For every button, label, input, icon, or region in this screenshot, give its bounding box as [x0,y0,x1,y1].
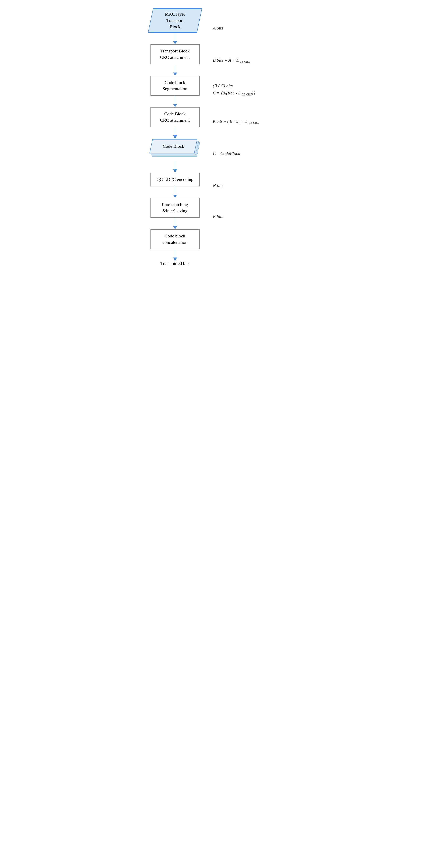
arrow-2 [173,64,177,76]
cb-seg-text: Code block Segmentation [163,80,187,92]
mac-block-text: MAC layer Transport Block [165,11,185,30]
label-cb-crc: K bits = ( B / C ) + L CB-CRC [213,113,259,130]
code-block-front-text: Code Block [163,144,184,149]
labels-column: A bits B bits = A + L TB-CRC (B / C) bit… [207,8,259,256]
label-spacer-7 [213,226,259,238]
concat-box: Code block concatenation [150,229,200,249]
ldpc-text: QC-LDPC encoding [157,176,193,183]
label-mac-text: A bits [213,25,223,31]
arrow-6 [173,186,177,198]
label-mac: A bits [213,16,259,40]
label-cb-text: C CodeBlock [213,150,240,157]
label-cb-seg-1: (B / C) bits [213,82,233,89]
label-cb-seg-2: C = ⌈B/(Kcb - L CB-CRC)⌉ [213,90,255,97]
concat-text: Code block concatenation [162,233,187,246]
mac-line3: Block [170,24,180,29]
tb-crc-box: Transport Block CRC attachment [150,44,200,64]
transmitted-bits-label: Transmitted bits [160,261,190,266]
flow-column: MAC layer Transport Block Transport Bloc… [143,8,207,266]
label-concat [213,238,259,256]
arrow-4-head [173,135,177,139]
arrow-5-head [173,169,177,173]
transmitted-text: Transmitted bits [160,261,190,266]
label-ldpc-text: N bits [213,182,224,189]
label-cb-seg: (B / C) bits C = ⌈B/(Kcb - L CB-CRC)⌉ [213,81,259,101]
label-spacer-2 [213,69,259,81]
arrow-2-line [175,64,175,72]
arrow-6-head [173,195,177,198]
mac-line1: MAC layer [165,11,185,17]
arrow-3-line [175,96,175,104]
label-tb-crc: B bits = A + L TB-CRC [213,52,259,69]
arrow-8-head [173,257,177,261]
ldpc-box: QC-LDPC encoding [150,173,200,186]
label-spacer-6 [213,195,259,206]
arrow-1-head [173,41,177,44]
arrow-4 [173,127,177,139]
label-spacer-1 [213,40,259,52]
rate-match-text: Rate matching &interleaving [162,202,188,214]
arrow-1 [173,33,177,44]
arrow-4-line [175,127,175,135]
arrow-3 [173,96,177,107]
label-rate-match-text: E bits [213,213,223,220]
arrow-2-head [173,72,177,76]
label-spacer-5 [213,165,259,176]
code-block-front: Code Block [149,139,197,153]
arrow-5-line [175,161,175,169]
arrow-8 [173,249,177,261]
label-spacer-3 [213,101,259,113]
arrow-3-head [173,104,177,107]
arrow-7-head [173,226,177,229]
cb-crc-box: Code Block CRC attachment [150,107,200,127]
label-cb-crc-text: K bits = ( B / C ) + L CB-CRC [213,118,259,125]
arrow-7 [173,218,177,229]
arrow-6-line [175,186,175,195]
code-block-stacked: Code Block [150,139,200,161]
arrow-1-line [175,33,175,41]
arrow-5 [173,161,177,173]
cb-seg-box: Code block Segmentation [150,76,200,96]
arrow-7-line [175,218,175,226]
label-tb-crc-text: B bits = A + L TB-CRC [213,57,250,64]
cb-crc-text: Code Block CRC attachment [160,111,190,124]
diagram-container: MAC layer Transport Block Transport Bloc… [143,8,299,860]
label-code-block: C CodeBlock [213,142,259,165]
rate-match-box: Rate matching &interleaving [150,198,200,218]
mac-line2: Transport [166,18,184,23]
label-ldpc: N bits [213,176,259,195]
label-spacer-4 [213,130,259,142]
label-rate-match: E bits [213,206,259,226]
tb-crc-text: Transport Block CRC attachment [160,48,190,61]
mac-block: MAC layer Transport Block [148,8,202,33]
arrow-8-line [175,249,175,257]
